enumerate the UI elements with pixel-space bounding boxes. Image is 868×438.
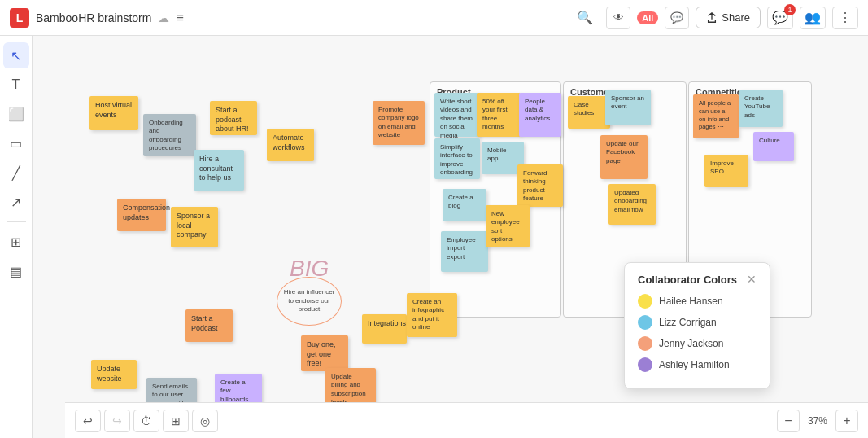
sticky-employee-import[interactable]: Employee import export: [441, 231, 488, 272]
sticky-infographic[interactable]: Create an infographic and put it online: [407, 293, 457, 337]
canvas-wrapper: ↖ T ⬜ ▭ ╱ ↗ ⊞ ▤ BIG Product Customers Co…: [0, 36, 868, 438]
frame-tool-button[interactable]: ⬜: [3, 101, 29, 127]
sticky-host-virtual[interactable]: Host virtual events: [89, 96, 138, 130]
all-badge[interactable]: All: [637, 11, 658, 24]
panel-title: Collaborator Colors: [638, 274, 737, 286]
sticky-new-employee[interactable]: New employee sort options: [486, 205, 530, 247]
line-tool-button[interactable]: ╱: [3, 160, 29, 186]
zoom-group: − 37% +: [777, 410, 858, 432]
sticky-50off[interactable]: 50% off your first three months: [477, 93, 521, 137]
collab-dot-1: [638, 315, 652, 330]
notification-badge: 1: [784, 4, 796, 15]
sticky-forward-thinking[interactable]: Forward thinking product feature: [517, 164, 563, 207]
sticky-sponsor-local[interactable]: Sponsor a local company: [171, 207, 218, 247]
sticky-update-facebook[interactable]: Update our Facebook page: [600, 135, 648, 179]
collaborator-colors-panel: Collaborator Colors ✕ Hailee Hansen Lizz…: [624, 262, 770, 389]
sticky-hire-consultant[interactable]: Hire a consultant to help us: [194, 150, 244, 191]
close-panel-button[interactable]: ✕: [747, 273, 757, 286]
sticky-youtube-ads[interactable]: Create YouTube ads: [739, 90, 783, 127]
collab-name-3: Ashley Hamilton: [659, 359, 730, 370]
layers-tool-button[interactable]: ▤: [3, 258, 29, 284]
right-actions: 👁 All 💬 Share 💬 1 👥 ⋮: [606, 7, 858, 29]
collab-dot-0: [638, 294, 652, 309]
undo-button[interactable]: ↩: [75, 410, 101, 432]
zoom-level-label: 37%: [803, 415, 832, 427]
sticky-integrations[interactable]: Integrations: [362, 314, 407, 344]
sticky-update-website[interactable]: Update website: [91, 360, 137, 389]
sticky-onboarding-email[interactable]: Updated onboarding email flow: [608, 184, 656, 225]
more-options-button[interactable]: ⋮: [832, 7, 858, 29]
view-toggle-button[interactable]: 👁: [606, 7, 630, 29]
search-icon[interactable]: 🔍: [577, 10, 593, 25]
fit-button[interactable]: ⊞: [163, 410, 189, 432]
share-button[interactable]: Share: [696, 7, 761, 28]
collab-item-1: Lizz Corrigan: [638, 315, 757, 330]
sticky-promote-logo[interactable]: Promote company logo on email and websit…: [373, 101, 425, 145]
text-tool-button[interactable]: T: [3, 72, 29, 98]
sticky-people-data[interactable]: People data & analytics: [519, 93, 561, 137]
collab-item-2: Jenny Jackson: [638, 336, 757, 351]
sticky-tool-button[interactable]: ▭: [3, 130, 29, 156]
topbar: L BambooHR brainstorm ☁ ≡ 🔍 👁 All 💬 Shar…: [0, 0, 868, 36]
sticky-automate[interactable]: Automate workflows: [267, 129, 314, 161]
select-tool-button[interactable]: ↖: [3, 42, 29, 68]
menu-icon[interactable]: ≡: [176, 11, 183, 25]
arrow-tool-button[interactable]: ↗: [3, 189, 29, 215]
canvas[interactable]: BIG Product Customers Competition Host v…: [33, 36, 868, 438]
left-toolbar: ↖ T ⬜ ▭ ╱ ↗ ⊞ ▤: [0, 36, 33, 438]
cloud-icon[interactable]: ☁: [158, 11, 169, 24]
zoom-out-button[interactable]: −: [777, 410, 800, 432]
sticky-simplify[interactable]: Simplify interface to improve onboarding: [434, 138, 480, 179]
comment-icon[interactable]: 💬: [665, 7, 689, 29]
people-button[interactable]: 👥: [800, 7, 826, 29]
collab-name-2: Jenny Jackson: [659, 338, 723, 349]
sticky-buy-one[interactable]: Buy one, get one free!: [301, 335, 348, 371]
collab-name-1: Lizz Corrigan: [659, 317, 717, 328]
sticky-culture[interactable]: Culture: [753, 132, 794, 161]
toolbar-divider: [7, 221, 26, 222]
collab-item-3: Ashley Hamilton: [638, 357, 757, 372]
redo-button[interactable]: ↪: [104, 410, 130, 432]
logo-icon: L: [10, 8, 29, 28]
sticky-onboarding[interactable]: Onboarding and offboarding procedures: [143, 114, 196, 156]
sticky-write-videos[interactable]: Write short videos and share them on soc…: [434, 93, 480, 137]
bottombar: ↩ ↪ ⏱ ⊞ ◎ − 37% +: [65, 402, 868, 438]
sticky-compensation[interactable]: Compensation updates: [117, 199, 166, 231]
sticky-sponsor-event[interactable]: Sponsor an event: [605, 90, 651, 125]
collab-dot-3: [638, 357, 652, 372]
sticky-start-podcast[interactable]: Start a Podcast: [185, 309, 233, 342]
sticky-create-blog[interactable]: Create a blog: [443, 189, 486, 221]
panel-header: Collaborator Colors ✕: [638, 273, 757, 286]
history-button[interactable]: ⏱: [133, 410, 159, 432]
sticky-podcast-hr[interactable]: Start a podcast about HR!: [210, 101, 257, 135]
sticky-all-people[interactable]: All people a can use a on info and pages…: [693, 94, 739, 138]
collab-name-0: Hailee Hansen: [659, 296, 723, 307]
grid-tool-button[interactable]: ⊞: [3, 229, 29, 255]
collab-item-0: Hailee Hansen: [638, 294, 757, 309]
hire-influencer-sticky[interactable]: Hire an influencer to endorse our produc…: [277, 277, 342, 326]
document-title: BambooHR brainstorm: [36, 11, 151, 24]
sticky-improve-seo[interactable]: Improve SEO: [704, 155, 748, 187]
notification-button[interactable]: 💬 1: [767, 7, 793, 29]
zoom-in-button[interactable]: +: [835, 410, 858, 432]
collab-dot-2: [638, 336, 652, 351]
sticky-case-studies[interactable]: Case studies: [568, 96, 610, 129]
history-nav-group: ↩ ↪ ⏱ ⊞ ◎: [75, 410, 218, 432]
location-button[interactable]: ◎: [192, 410, 218, 432]
